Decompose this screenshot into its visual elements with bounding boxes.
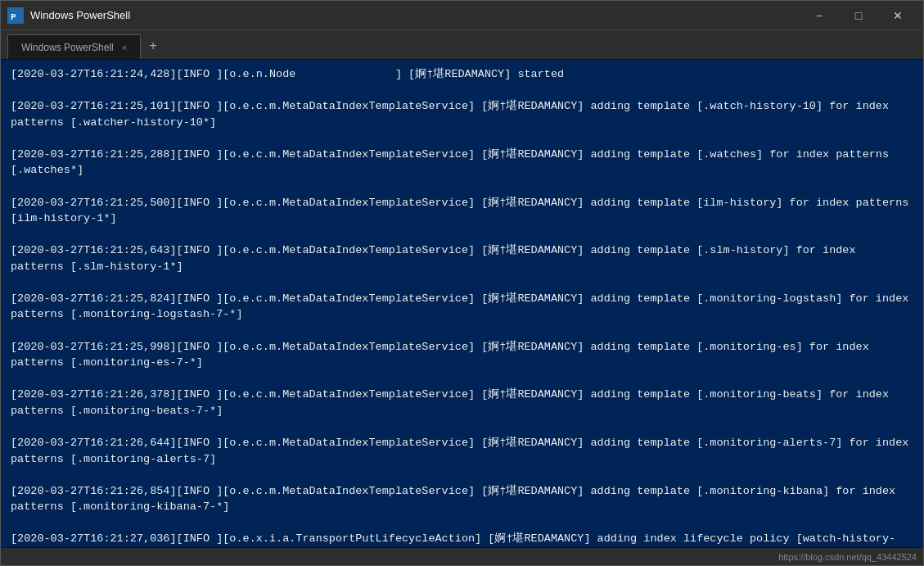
minimize-button[interactable]: −: [800, 4, 838, 27]
console-line: [2020-03-27T16:21:25,500][INFO ][o.e.c.m…: [11, 195, 913, 227]
tab-label: Windows PowerShell: [21, 42, 114, 53]
console-line: [2020-03-27T16:21:25,643][INFO ][o.e.c.m…: [11, 242, 913, 274]
powershell-window: P Windows PowerShell − □ ✕ Windows Power…: [0, 0, 924, 566]
svg-text:P: P: [11, 12, 16, 22]
console-line: [2020-03-27T16:21:24,428][INFO ][o.e.n.N…: [11, 66, 913, 83]
window-controls: − □ ✕: [800, 4, 917, 27]
window-title: Windows PowerShell: [30, 9, 130, 21]
tab-bar: Windows PowerShell × +: [1, 30, 923, 60]
console-line: [2020-03-27T16:21:25,824][INFO ][o.e.c.m…: [11, 291, 913, 323]
console-line: [2020-03-27T16:21:26,378][INFO ][o.e.c.m…: [11, 387, 913, 419]
console-line: [2020-03-27T16:21:25,288][INFO ][o.e.c.m…: [11, 147, 913, 179]
console-line: [2020-03-27T16:21:26,854][INFO ][o.e.c.m…: [11, 483, 913, 515]
status-url: https://blog.csdn.net/qq_43442524: [778, 552, 917, 562]
tab-close-icon[interactable]: ×: [122, 43, 127, 52]
title-bar: P Windows PowerShell − □ ✕: [1, 1, 923, 30]
maximize-button[interactable]: □: [840, 4, 877, 27]
console-line: [2020-03-27T16:21:27,036][INFO ][o.e.x.i…: [11, 531, 913, 547]
close-button[interactable]: ✕: [879, 4, 917, 27]
console-output: [2020-03-27T16:21:24,428][INFO ][o.e.n.N…: [1, 60, 923, 547]
console-line: [2020-03-27T16:21:25,998][INFO ][o.e.c.m…: [11, 339, 913, 371]
powershell-icon: P: [7, 7, 24, 24]
status-bar: https://blog.csdn.net/qq_43442524: [1, 547, 923, 565]
tab-powershell[interactable]: Windows PowerShell ×: [7, 34, 141, 59]
console-line: [2020-03-27T16:21:25,101][INFO ][o.e.c.m…: [11, 98, 913, 130]
title-bar-left: P Windows PowerShell: [7, 7, 130, 24]
tab-add-button[interactable]: +: [141, 34, 165, 59]
console-line: [2020-03-27T16:21:26,644][INFO ][o.e.c.m…: [11, 435, 913, 467]
